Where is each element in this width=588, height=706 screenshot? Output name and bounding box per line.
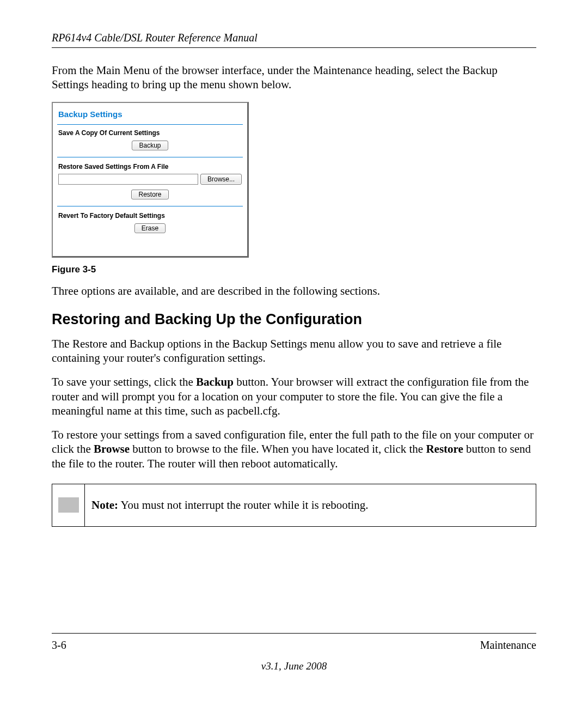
note-body: You must not interrupt the router while … (118, 498, 369, 512)
note-label: Note: (91, 498, 118, 512)
paragraph-3: To restore your settings from a saved co… (52, 428, 536, 471)
save-section: Save A Copy Of Current Settings Backup (57, 124, 243, 157)
para3-mid: button to browse to the file. When you h… (130, 442, 426, 455)
browse-button[interactable]: Browse... (200, 174, 242, 185)
footer-rule (52, 633, 536, 634)
footer-version: v3.1, June 2008 (0, 660, 588, 672)
para3-browse-bold: Browse (94, 442, 130, 455)
footer-chapter: Maintenance (480, 639, 536, 652)
note-icon (58, 497, 79, 513)
restore-button[interactable]: Restore (131, 190, 168, 199)
para3-restore-bold: Restore (426, 442, 463, 455)
section-heading-restoring: Restoring and Backing Up the Configurati… (52, 311, 536, 328)
restore-file-input[interactable] (58, 174, 198, 185)
restore-label: Restore Saved Settings From A File (58, 163, 242, 171)
doc-header-title: RP614v4 Cable/DSL Router Reference Manua… (52, 32, 536, 44)
paragraph-2: To save your settings, click the Backup … (52, 375, 536, 418)
note-box: Note: You must not interrupt the router … (52, 484, 536, 527)
revert-section: Revert To Factory Default Settings Erase (57, 208, 243, 240)
paragraph-1: The Restore and Backup options in the Ba… (52, 337, 536, 366)
backup-button[interactable]: Backup (132, 141, 168, 150)
panel-title: Backup Settings (57, 107, 243, 124)
intro-paragraph: From the Main Menu of the browser interf… (52, 63, 536, 92)
footer-page-number: 3-6 (52, 639, 66, 652)
para2-backup-bold: Backup (196, 375, 234, 388)
page-footer: 3-6 Maintenance (52, 633, 536, 652)
para2-pre: To save your settings, click the (52, 375, 196, 388)
after-figure-paragraph: Three options are available, and are des… (52, 284, 536, 298)
note-text: Note: You must not interrupt the router … (85, 484, 536, 526)
revert-label: Revert To Factory Default Settings (58, 212, 242, 220)
restore-section: Restore Saved Settings From A File Brows… (57, 159, 243, 206)
backup-settings-panel: Backup Settings Save A Copy Of Current S… (52, 102, 249, 258)
header-rule (52, 47, 536, 48)
erase-button[interactable]: Erase (134, 223, 166, 233)
note-icon-cell (52, 484, 85, 526)
save-label: Save A Copy Of Current Settings (58, 129, 242, 137)
figure-backup-settings: Backup Settings Save A Copy Of Current S… (52, 102, 536, 258)
figure-caption: Figure 3-5 (52, 264, 536, 275)
